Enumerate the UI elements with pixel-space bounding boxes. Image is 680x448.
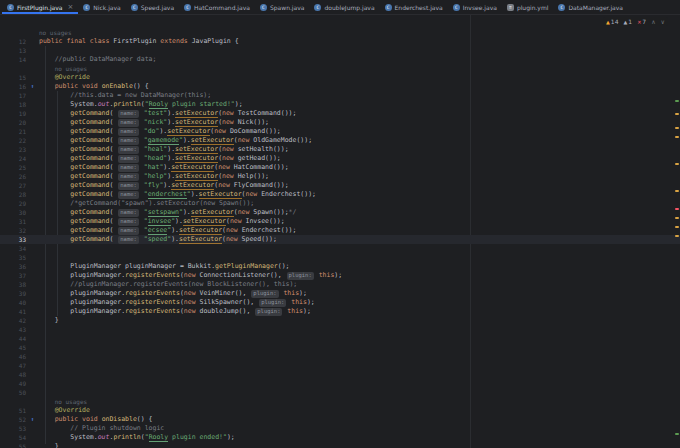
code-line[interactable]: 28 getCommand( name: "enderchest").setEx… xyxy=(0,190,680,199)
code-line[interactable]: 41 pluginManager.registerEvents(new doub… xyxy=(0,307,680,316)
line-number[interactable]: 12 xyxy=(0,37,26,46)
code-line[interactable]: 31 getCommand( name: "invsee").setExecut… xyxy=(0,217,680,226)
stripe-mark[interactable] xyxy=(675,226,679,228)
code-line[interactable]: 42 } xyxy=(0,316,680,325)
line-number[interactable]: 35 xyxy=(0,253,26,262)
tab-Nick.java[interactable]: CNick.java xyxy=(78,0,125,14)
code-line[interactable]: 27 getCommand( name: "fly").setExecutor(… xyxy=(0,181,680,190)
code-line[interactable]: 14 //public DataManager data; xyxy=(0,55,680,64)
code-line[interactable]: 18 System.out.println("Rooly plugin star… xyxy=(0,100,680,109)
line-number[interactable]: 41 xyxy=(0,307,26,316)
line-number[interactable]: 19 xyxy=(0,109,26,118)
line-number[interactable]: 14 xyxy=(0,55,26,64)
code-line[interactable]: 21 getCommand( name: "do").setExecutor(n… xyxy=(0,127,680,136)
code-line[interactable]: 13 xyxy=(0,46,680,55)
inlay-hint-row[interactable]: no usages xyxy=(0,64,680,73)
line-number[interactable]: 32 xyxy=(0,226,26,235)
code-line[interactable]: 34 xyxy=(0,244,680,253)
line-number[interactable]: 47 xyxy=(0,361,26,370)
previous-problem-icon[interactable]: ∧ xyxy=(651,18,655,25)
line-number[interactable]: 15 xyxy=(0,73,26,82)
code-line[interactable]: 29 /*getCommand("spawn").setExecutor(new… xyxy=(0,199,680,208)
line-number[interactable]: 31 xyxy=(0,217,26,226)
code-editor[interactable]: no usages12public final class FirstPlugi… xyxy=(0,15,680,448)
code-line[interactable]: 43 xyxy=(0,325,680,334)
inspections-widget[interactable]: ▲14▲1✕7∧∨ xyxy=(603,17,668,26)
stripe-mark[interactable] xyxy=(675,217,679,219)
code-line[interactable]: 47 xyxy=(0,361,680,370)
code-line[interactable]: 16↑ public void onEnable() { xyxy=(0,82,680,91)
code-line[interactable]: 44 xyxy=(0,334,680,343)
line-number[interactable]: 43 xyxy=(0,325,26,334)
code-line[interactable]: 19 getCommand( name: "test").setExecutor… xyxy=(0,109,680,118)
tab-plugin.yml[interactable]: ≡plugin.yml xyxy=(502,0,554,14)
line-number[interactable]: 18 xyxy=(0,100,26,109)
code-line[interactable]: 22 getCommand( name: "gamemode").setExec… xyxy=(0,136,680,145)
line-number[interactable]: 50 xyxy=(0,388,26,397)
warning-indicator[interactable]: ▲14 xyxy=(606,18,619,25)
error-indicator[interactable]: ✕7 xyxy=(637,18,646,25)
code-line[interactable]: 50 xyxy=(0,388,680,397)
line-number[interactable]: 49 xyxy=(0,379,26,388)
tab-doubleJump.java[interactable]: CdoubleJump.java xyxy=(309,0,379,14)
line-number[interactable]: 33 xyxy=(0,235,26,244)
inlay-hint-row[interactable]: no usages xyxy=(0,397,680,406)
code-line[interactable]: 40 pluginManager.registerEvents(new Silk… xyxy=(0,298,680,307)
line-number[interactable]: 29 xyxy=(0,199,26,208)
line-number[interactable]: 52 xyxy=(0,415,26,424)
code-line[interactable]: 55 } xyxy=(0,442,680,448)
line-number[interactable]: 37 xyxy=(0,271,26,280)
code-line[interactable]: 51 @Override xyxy=(0,406,680,415)
tab-HatCommand.java[interactable]: CHatCommand.java xyxy=(179,0,255,14)
code-line[interactable]: 20 getCommand( name: "nick").setExecutor… xyxy=(0,118,680,127)
line-number[interactable]: 25 xyxy=(0,163,26,172)
line-number[interactable]: 17 xyxy=(0,91,26,100)
line-number[interactable]: 21 xyxy=(0,127,26,136)
line-number[interactable]: 34 xyxy=(0,244,26,253)
line-number[interactable]: 44 xyxy=(0,334,26,343)
usages-hint[interactable]: no usages xyxy=(55,398,88,405)
stripe-mark[interactable] xyxy=(675,136,679,138)
line-number[interactable]: 28 xyxy=(0,190,26,199)
stripe-mark[interactable] xyxy=(675,100,679,102)
tab-Spawn.java[interactable]: CSpawn.java xyxy=(255,0,309,14)
code-line[interactable]: 12public final class FirstPlugin extends… xyxy=(0,37,680,46)
overrides-method-icon[interactable]: ↑ xyxy=(26,82,39,91)
line-number[interactable]: 39 xyxy=(0,289,26,298)
tab-DataManager.java[interactable]: CDataManager.java xyxy=(553,0,628,14)
code-line[interactable]: 39 pluginManager.registerEvents(new Vein… xyxy=(0,289,680,298)
inlay-hint-row[interactable]: no usages xyxy=(0,28,680,37)
stripe-mark[interactable] xyxy=(675,190,679,192)
line-number[interactable]: 54 xyxy=(0,433,26,442)
stripe-mark[interactable] xyxy=(675,433,679,435)
stripe-mark[interactable] xyxy=(675,208,679,210)
code-line[interactable]: 25 getCommand( name: "hat").setExecutor(… xyxy=(0,163,680,172)
tab-FirstPlugin.java[interactable]: CFirstPlugin.java× xyxy=(2,0,78,14)
line-number[interactable]: 30 xyxy=(0,208,26,217)
tab-Invsee.java[interactable]: CInvsee.java xyxy=(448,0,502,14)
code-line[interactable]: 35 xyxy=(0,253,680,262)
line-number[interactable]: 36 xyxy=(0,262,26,271)
line-number[interactable]: 48 xyxy=(0,370,26,379)
code-line[interactable]: 15 @Override xyxy=(0,73,680,82)
weak-warning-indicator[interactable]: ▲1 xyxy=(623,18,632,25)
scrollbar-error-stripe[interactable] xyxy=(674,15,680,448)
usages-hint[interactable]: no usages xyxy=(39,29,72,36)
line-number[interactable]: 53 xyxy=(0,424,26,433)
code-line[interactable]: 54 System.out.println("Rooly plugin ende… xyxy=(0,433,680,442)
line-number[interactable]: 27 xyxy=(0,181,26,190)
line-number[interactable]: 45 xyxy=(0,343,26,352)
line-number[interactable]: 51 xyxy=(0,406,26,415)
tab-Speed.java[interactable]: CSpeed.java xyxy=(126,0,179,14)
code-line[interactable]: 53 // Plugin shutdown logic xyxy=(0,424,680,433)
code-line[interactable]: 17 //this.data = new DataManager(this); xyxy=(0,91,680,100)
stripe-mark[interactable] xyxy=(675,127,679,129)
line-number[interactable]: 16 xyxy=(0,82,26,91)
overrides-method-icon[interactable]: ↑ xyxy=(26,415,39,424)
code-line[interactable]: 38 //pluginManager.registerEvents(new Bl… xyxy=(0,280,680,289)
code-line[interactable]: 52↑ public void onDisable() { xyxy=(0,415,680,424)
code-line[interactable]: 30 getCommand( name: "setspawn").setExec… xyxy=(0,208,680,217)
line-number[interactable]: 38 xyxy=(0,280,26,289)
line-number[interactable]: 42 xyxy=(0,316,26,325)
tab-Enderchest.java[interactable]: CEnderchest.java xyxy=(380,0,448,14)
